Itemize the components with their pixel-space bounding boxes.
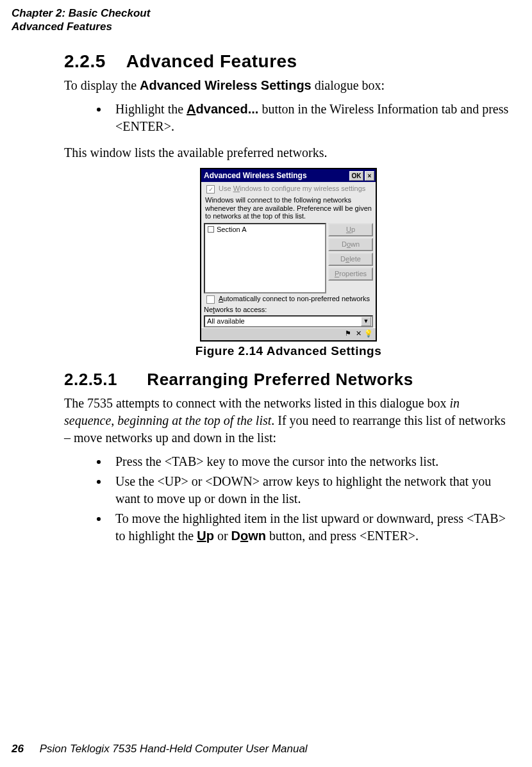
checkbox-label: Use Windows to configure my wireless set… [219, 185, 365, 192]
checkbox-icon[interactable]: ✓ [206, 185, 215, 194]
close-button[interactable]: × [365, 171, 374, 181]
titlebar: Advanced Wireless Settings OK × [201, 169, 376, 182]
footer-title: Psion Teklogix 7535 Hand-Held Computer U… [40, 743, 308, 755]
chk-label-post: indows to configure my wireless settings [240, 185, 365, 192]
chevron-down-icon[interactable]: ▼ [361, 317, 371, 326]
chk-label-post: utomatically connect to non-preferred ne… [223, 295, 370, 302]
btn-label-pre: D [340, 255, 345, 263]
subsection-title: Rearranging Preferred Networks [147, 370, 413, 389]
bullet-text: Highlight the [115, 102, 187, 116]
taskbar: ⚑ ✕ 💡 [201, 327, 376, 340]
delete-button[interactable]: Delete [328, 252, 373, 266]
intro-prefix: To display the [64, 78, 140, 92]
bullet-list-1: Highlight the Advanced... button in the … [109, 101, 513, 135]
header-section: Advanced Features [12, 20, 150, 33]
titlebar-text: Advanced Wireless Settings [203, 171, 348, 180]
btn-label-post: wn [351, 240, 360, 248]
label-post: works to access: [215, 306, 267, 313]
tray-icon: 💡 [364, 329, 373, 338]
info-text: Windows will connect to the following ne… [204, 195, 373, 222]
bold-post: wn [248, 529, 266, 543]
header-chapter: Chapter 2: Basic Checkout [12, 6, 150, 20]
dropdown-row: Networks to access: [204, 306, 373, 313]
dialog-window: Advanced Wireless Settings OK × ✓ Use Wi… [200, 168, 377, 342]
btn-label-post: lete [349, 255, 361, 263]
network-icon [208, 226, 214, 233]
properties-button[interactable]: Properties [328, 267, 373, 281]
up-button[interactable]: Up [328, 223, 373, 236]
bullet-text-b: button, and press <ENTER>. [266, 529, 419, 543]
figure-container: Advanced Wireless Settings OK × ✓ Use Wi… [64, 168, 513, 358]
button-column: Up Down Delete Properties [328, 223, 373, 293]
btn-label-pre: D [342, 240, 347, 248]
para-networks: This window lists the available preferre… [64, 144, 513, 161]
dialog-body: ✓ Use Windows to configure my wireless s… [201, 182, 376, 327]
tray-icon: ⚑ [344, 329, 353, 338]
section-title: Advanced Features [126, 51, 297, 71]
bold-rest: p [206, 529, 214, 543]
checkbox-row-auto[interactable]: Automatically connect to non-preferred n… [204, 295, 373, 304]
bullet-list-2: Press the <TAB> key to move the cursor i… [109, 453, 513, 545]
page-number: 26 [12, 743, 24, 755]
mnemonic-letter: A [187, 102, 195, 116]
para-a: The 7535 attempts to connect with the ne… [64, 396, 450, 410]
down-button[interactable]: Down [328, 238, 373, 251]
page-content: 2.2.5 Advanced Features To display the A… [64, 51, 513, 554]
dropdown-value: All available [207, 317, 245, 325]
checkbox-label: Automatically connect to non-preferred n… [219, 295, 370, 302]
section-number: 2.2.5 [64, 51, 106, 71]
bullet-item: Highlight the Advanced... button in the … [109, 101, 513, 135]
bullet-item: Use the <UP> or <DOWN> arrow keys to hig… [109, 473, 513, 507]
dropdown-label: Networks to access: [204, 306, 269, 313]
intro-text: To display the Advanced Wireless Setting… [64, 77, 513, 94]
figure-caption: Figure 2.14 Advanced Settings [195, 344, 381, 358]
btn-label-rest: roperties [339, 270, 367, 277]
bold-pre: D [231, 529, 240, 543]
btn-label-rest: p [351, 226, 355, 233]
list-item-label: Section A [217, 226, 246, 233]
page-header: Chapter 2: Basic Checkout Advanced Featu… [12, 6, 150, 34]
bullet-item: Press the <TAB> key to move the cursor i… [109, 453, 513, 470]
checkbox-icon[interactable] [206, 295, 215, 304]
list-item[interactable]: Section A [205, 224, 325, 235]
chk-label-pre: Use [219, 185, 233, 192]
list-area: Section A Up Down Delete Properties [204, 223, 373, 293]
subsection-number: 2.2.5.1 [64, 370, 117, 389]
bullet-bold-rest: dvanced... [196, 102, 259, 116]
ok-button[interactable]: OK [349, 171, 363, 181]
networks-listbox[interactable]: Section A [204, 223, 326, 293]
bullet-text-mid: or [214, 529, 231, 543]
subsection-para: The 7535 attempts to connect with the ne… [64, 395, 513, 447]
networks-access-dropdown[interactable]: All available ▼ [204, 315, 373, 327]
intro-suffix: dialogue box: [312, 78, 385, 92]
intro-bold: Advanced Wireless Settings [140, 78, 312, 92]
mnemonic-letter: W [233, 185, 240, 192]
page-footer: 26 Psion Teklogix 7535 Hand-Held Compute… [12, 743, 308, 755]
subsection-heading-2251: 2.2.5.1 Rearranging Preferred Networks [64, 370, 513, 390]
checkbox-row-configure[interactable]: ✓ Use Windows to configure my wireless s… [204, 185, 373, 194]
label-pre: Ne [204, 306, 213, 313]
mnemonic-letter: o [240, 529, 248, 543]
section-heading-225: 2.2.5 Advanced Features [64, 51, 513, 72]
mnemonic-letter: U [197, 529, 206, 543]
bullet-item: To move the highlighted item in the list… [109, 510, 513, 545]
mnemonic-letter: U [346, 226, 351, 233]
tray-icon: ✕ [354, 329, 363, 338]
